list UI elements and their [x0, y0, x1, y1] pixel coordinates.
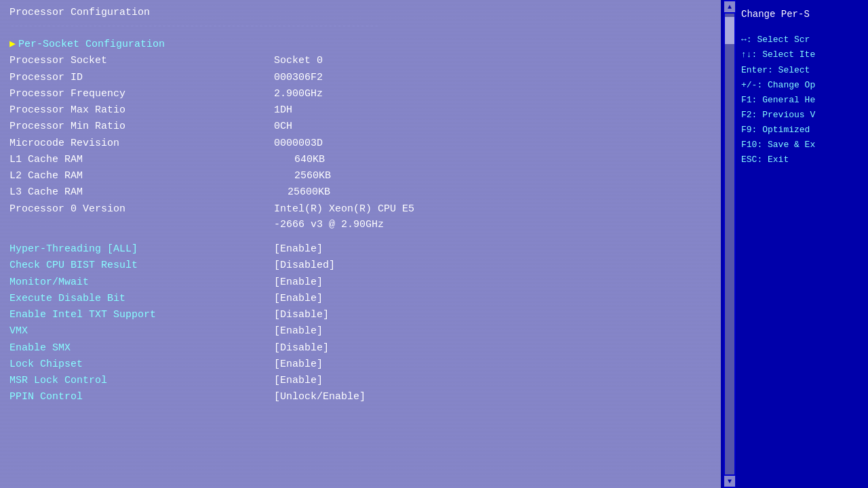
lock-chipset-label: Lock Chipset [9, 357, 274, 372]
sidebar-help: ↔: Select Scr ↑↓: Select Ite Enter: Sele… [741, 33, 863, 167]
l3-cache-row: L3 Cache RAM 25600KB [9, 184, 711, 200]
scrollbar-thumb[interactable] [725, 17, 734, 44]
microcode-revision-row: Microcode Revision 0000003D [9, 136, 711, 151]
help-select-item: ↑↓: Select Ite [741, 47, 863, 62]
processor-socket-label: Processor Socket [9, 53, 274, 68]
l2-cache-row: L2 Cache RAM 2560KB [9, 168, 711, 184]
selected-row[interactable]: ▶ Per-Socket Configuration [9, 37, 711, 52]
processor-freq-row: Processor Frequency 2.900GHz [9, 86, 711, 102]
enable-smx-value: [Disable] [274, 340, 329, 356]
l3-cache-value: 25600KB [274, 184, 330, 200]
ppin-control-value: [Unlock/Enable] [274, 389, 366, 405]
l1-cache-row: L1 Cache RAM 640KB [9, 152, 711, 167]
processor-id-value: 000306F2 [274, 70, 323, 85]
hyper-threading-label: Hyper-Threading [ALL] [9, 241, 274, 257]
execute-disable-bit-label: Execute Disable Bit [9, 291, 274, 306]
scroll-up-arrow[interactable]: ▲ [724, 1, 735, 12]
processor-min-ratio-row: Processor Min Ratio 0CH [9, 119, 711, 134]
scrollbar-track[interactable] [725, 14, 734, 474]
processor-freq-value: 2.900GHz [274, 86, 323, 102]
ppin-control-label: PPIN Control [9, 389, 274, 405]
help-f9: F9: Optimized [741, 123, 863, 138]
sidebar: Change Per-S ↔: Select Scr ↑↓: Select It… [736, 0, 868, 488]
processor-max-ratio-label: Processor Max Ratio [9, 102, 274, 118]
intel-txt-label: Enable Intel TXT Support [9, 307, 274, 323]
intel-txt-value: [Disable] [274, 307, 329, 323]
msr-lock-value: [Enable] [274, 373, 323, 388]
execute-disable-bit-value: [Enable] [274, 291, 323, 306]
main-panel: Processor Configuration ----------------… [0, 0, 724, 488]
help-enter: Enter: Select [741, 63, 863, 78]
help-f10: F10: Save & Ex [741, 138, 863, 152]
processor-max-ratio-value: 1DH [274, 102, 292, 118]
l1-cache-value: 640KB [274, 152, 325, 167]
help-select-screen: ↔: Select Scr [741, 33, 863, 47]
enable-smx-row[interactable]: Enable SMX [Disable] [9, 340, 711, 356]
check-cpu-bist-label: Check CPU BIST Result [9, 258, 274, 273]
hyper-threading-value: [Enable] [274, 241, 323, 257]
l3-cache-label: L3 Cache RAM [9, 184, 274, 200]
microcode-revision-label: Microcode Revision [9, 136, 274, 151]
lock-chipset-value: [Enable] [274, 357, 323, 372]
processor-min-ratio-label: Processor Min Ratio [9, 119, 274, 134]
help-esc: ESC: Exit [741, 152, 863, 167]
l2-cache-value: 2560KB [274, 168, 331, 184]
scrollbar[interactable]: ▲ ▼ [724, 0, 736, 488]
section-title: Processor Configuration [9, 7, 711, 18]
l1-cache-label: L1 Cache RAM [9, 152, 274, 167]
processor-min-ratio-value: 0CH [274, 119, 292, 134]
l2-cache-label: L2 Cache RAM [9, 168, 274, 184]
intel-txt-row[interactable]: Enable Intel TXT Support [Disable] [9, 307, 711, 323]
sidebar-title-area: Change Per-S [741, 7, 863, 22]
processor-version-value: Intel(R) Xeon(R) CPU E5-2666 v3 @ 2.90GH… [274, 201, 414, 233]
processor-freq-label: Processor Frequency [9, 86, 274, 102]
sidebar-header: Change Per-S [741, 7, 863, 22]
help-change-option: +/-: Change Op [741, 78, 863, 93]
help-f2: F2: Previous V [741, 108, 863, 123]
enable-smx-label: Enable SMX [9, 340, 274, 356]
check-cpu-bist-row[interactable]: Check CPU BIST Result [Disabled] [9, 258, 711, 273]
processor-version-row: Processor 0 Version Intel(R) Xeon(R) CPU… [9, 201, 711, 233]
processor-max-ratio-row: Processor Max Ratio 1DH [9, 102, 711, 118]
check-cpu-bist-value: [Disabled] [274, 258, 335, 273]
vmx-value: [Enable] [274, 323, 323, 339]
monitor-mwait-row[interactable]: Monitor/Mwait [Enable] [9, 274, 711, 290]
hyper-threading-row[interactable]: Hyper-Threading [ALL] [Enable] [9, 241, 711, 257]
processor-id-label: Processor ID [9, 70, 274, 85]
msr-lock-label: MSR Lock Control [9, 373, 274, 388]
monitor-mwait-value: [Enable] [274, 274, 323, 290]
arrow-icon: ▶ [9, 37, 16, 52]
execute-disable-bit-row[interactable]: Execute Disable Bit [Enable] [9, 291, 711, 306]
per-socket-label: Per-Socket Configuration [18, 37, 276, 52]
vmx-row[interactable]: VMX [Enable] [9, 323, 711, 339]
ppin-control-row[interactable]: PPIN Control [Unlock/Enable] [9, 389, 711, 405]
msr-lock-row[interactable]: MSR Lock Control [Enable] [9, 373, 711, 388]
processor-version-label: Processor 0 Version [9, 201, 274, 217]
processor-socket-row: Processor Socket Socket 0 [9, 53, 711, 68]
processor-socket-value: Socket 0 [274, 53, 323, 68]
microcode-revision-value: 0000003D [274, 136, 323, 151]
help-f1: F1: General He [741, 93, 863, 108]
vmx-label: VMX [9, 323, 274, 339]
monitor-mwait-label: Monitor/Mwait [9, 274, 274, 290]
lock-chipset-row[interactable]: Lock Chipset [Enable] [9, 357, 711, 372]
scroll-down-arrow[interactable]: ▼ [724, 476, 735, 487]
divider: ----------------------------------------… [9, 21, 711, 31]
processor-id-row: Processor ID 000306F2 [9, 70, 711, 85]
